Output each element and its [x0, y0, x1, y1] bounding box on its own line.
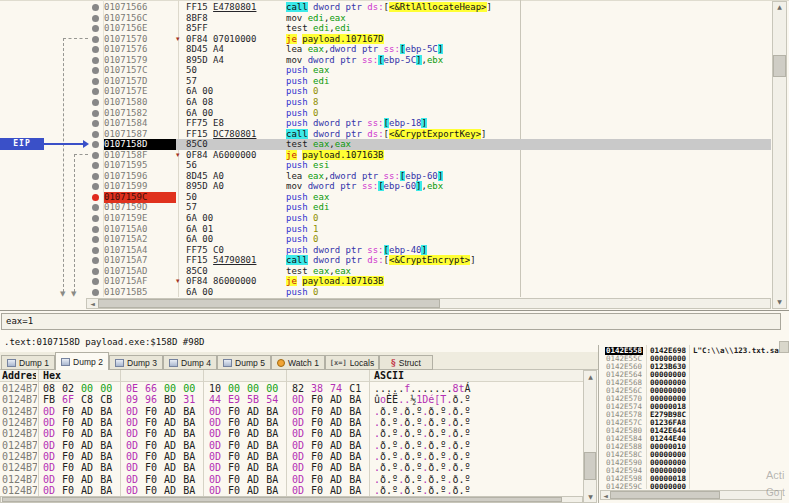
row-dot-icon[interactable] [92, 88, 99, 95]
disasm-row[interactable]: 01071579895D A4mov dword ptr ss:[ebp-5C]… [88, 55, 771, 66]
tab-dump-1[interactable]: Dump 1 [1, 355, 55, 370]
row-dot-icon[interactable] [92, 173, 99, 180]
breakpoint-gutter[interactable] [88, 65, 104, 76]
dump-row[interactable]: 0124B70DF0ADBA0DF0ADBA0DF0ADBA0DF0ADBA.ð… [0, 451, 583, 462]
disasm-row[interactable]: 0107157E6A 00push 0 [88, 86, 771, 97]
row-dot-icon[interactable] [92, 25, 99, 32]
breakpoint-gutter[interactable] [88, 13, 104, 24]
breakpoint-gutter[interactable] [88, 276, 104, 287]
row-dot-icon[interactable] [92, 204, 99, 211]
scroll-left-icon[interactable]: ◄ [601, 491, 610, 500]
dump-row[interactable]: 0124B70DF0ADBA0DF0ADBA0DF0ADBA0DF0ADBA.ð… [0, 474, 583, 485]
breakpoint-gutter[interactable] [88, 202, 104, 213]
disasm-vscroll-thumb[interactable] [773, 55, 786, 77]
breakpoint-gutter[interactable] [88, 224, 104, 235]
disasm-row[interactable]: 010715768D45 A4lea eax,dword ptr ss:[ebp… [88, 44, 771, 55]
breakpoint-gutter[interactable] [88, 245, 104, 256]
row-dot-icon[interactable] [92, 236, 99, 243]
row-dot-icon[interactable] [92, 110, 99, 117]
disasm-row[interactable]: 0107156E85FFtest edi,edi [88, 23, 771, 34]
disasm-vertical-scrollbar[interactable] [772, 1, 787, 309]
disasm-row[interactable]: 0107159556push esi [88, 160, 771, 171]
row-dot-icon[interactable] [92, 268, 99, 275]
row-dot-icon[interactable] [92, 4, 99, 11]
breakpoint-gutter[interactable] [88, 2, 104, 13]
disasm-row[interactable]: 0107159D57push edi [88, 202, 771, 213]
disasm-row[interactable]: 010715826A 00push 0 [88, 108, 771, 119]
disasm-row[interactable]: 010715A7FF15 54790801call dword ptr ds:[… [88, 255, 771, 266]
breakpoint-gutter[interactable] [88, 44, 104, 55]
dump-row[interactable]: 0124B70DF0ADBA0DF0ADBA0DF0ADBA0DF0ADBA.ð… [0, 428, 583, 439]
tab-dump-5[interactable]: Dump 5 [217, 355, 271, 370]
disasm-row[interactable]: 0107157C50push eax [88, 65, 771, 76]
row-dot-icon[interactable] [92, 120, 99, 127]
dump-row[interactable]: 0124B70DF0ADBA0DF0ADBA0DF0ADBA0DF0ADBA.ð… [0, 406, 583, 417]
disasm-row[interactable]: 0107156C8BF8mov edi,eax [88, 13, 771, 24]
breakpoint-gutter[interactable] [88, 266, 104, 277]
row-dot-icon[interactable] [92, 183, 99, 190]
tab-watch-1[interactable]: Watch 1 [271, 355, 325, 370]
breakpoint-dot[interactable] [92, 194, 99, 201]
scroll-up-icon[interactable]: ▲ [774, 2, 785, 12]
disasm-row[interactable]: 010715968D45 A0lea eax,dword ptr ss:[ebp… [88, 171, 771, 182]
breakpoint-gutter[interactable] [88, 192, 104, 203]
breakpoint-gutter[interactable] [88, 171, 104, 182]
breakpoint-gutter[interactable] [88, 139, 104, 150]
dump-row[interactable]: 0124B70DF0ADBA0DF0ADBA0DF0ADBA0DF0ADBA.ð… [0, 485, 583, 496]
breakpoint-gutter[interactable] [88, 108, 104, 119]
row-dot-icon[interactable] [92, 247, 99, 254]
stack-scroll-button[interactable] [779, 341, 789, 353]
tab-dump-4[interactable]: Dump 4 [163, 355, 217, 370]
row-dot-icon[interactable] [92, 131, 99, 138]
breakpoint-gutter[interactable] [88, 86, 104, 97]
disasm-row[interactable]: 0107157D57push edi [88, 76, 771, 87]
row-dot-icon[interactable] [92, 152, 99, 159]
disasm-row[interactable]: 01071566FF15 E4780801call dword ptr ds:[… [88, 2, 771, 13]
row-dot-icon[interactable] [92, 141, 99, 148]
disasm-row[interactable]: 01071570▾0F84 07010000je payload.107167D [88, 34, 771, 45]
disasm-row[interactable]: 010715AF▾0F84 86000000je payload.107163B [88, 276, 771, 287]
disasm-row[interactable]: 010715AD85C0test eax,eax [88, 266, 771, 277]
breakpoint-gutter[interactable] [88, 234, 104, 245]
breakpoint-gutter[interactable] [88, 181, 104, 192]
disasm-row[interactable]: 0107159E6A 00push 0 [88, 213, 771, 224]
row-dot-icon[interactable] [92, 215, 99, 222]
disasm-row[interactable]: 010715806A 08push 8 [88, 97, 771, 108]
disasm-row[interactable]: 010715B56A 00push 0 [88, 287, 771, 298]
row-dot-icon[interactable] [92, 46, 99, 53]
disasm-row[interactable]: 0107158F▾0F84 A6000000je payload.107163B [88, 150, 771, 161]
dump-vertical-scrollbar[interactable] [583, 370, 597, 503]
row-dot-icon[interactable] [92, 78, 99, 85]
stack-hscroll-thumb[interactable] [610, 491, 720, 499]
breakpoint-gutter[interactable] [88, 213, 104, 224]
row-dot-icon[interactable] [92, 289, 99, 296]
row-dot-icon[interactable] [92, 257, 99, 264]
dump-hscroll-thumb[interactable] [2, 497, 562, 502]
disasm-row[interactable]: 010715A26A 00push 0 [88, 234, 771, 245]
tab-dump-2[interactable]: Dump 2 [55, 352, 109, 370]
dump-row[interactable]: 0124B7FB6FC8CB0996BD3144E95B540DF0ADBAûo… [0, 394, 583, 405]
disasm-row[interactable]: 01071599895D A0mov dword ptr ss:[ebp-60]… [88, 181, 771, 192]
tab-struct[interactable]: §Struct [379, 355, 433, 370]
breakpoint-gutter[interactable] [88, 76, 104, 87]
disasm-row[interactable]: 010715A06A 01push 1 [88, 224, 771, 235]
scroll-up-icon[interactable]: ▲ [585, 372, 596, 382]
breakpoint-gutter[interactable] [88, 255, 104, 266]
breakpoint-gutter[interactable] [88, 34, 104, 45]
breakpoint-gutter[interactable] [88, 129, 104, 140]
row-dot-icon[interactable] [92, 36, 99, 43]
scroll-down-icon[interactable]: ▼ [774, 297, 785, 307]
dump-vscroll-thumb[interactable] [584, 452, 596, 480]
dump-row[interactable]: 0124B70DF0ADBA0DF0ADBA0DF0ADBA0DF0ADBA.ð… [0, 417, 583, 428]
scroll-down-icon[interactable]: ▼ [585, 492, 596, 502]
tab-dump-3[interactable]: Dump 3 [109, 355, 163, 370]
disasm-hscroll-thumb[interactable] [98, 299, 440, 308]
row-dot-icon[interactable] [92, 99, 99, 106]
dump-row[interactable]: 0124B7080200000E66000010000000823874C1..… [0, 383, 583, 394]
disasm-row[interactable]: 0107158D85C0test eax,eax [88, 139, 771, 150]
row-dot-icon[interactable] [92, 278, 99, 285]
breakpoint-gutter[interactable] [88, 23, 104, 34]
row-dot-icon[interactable] [92, 226, 99, 233]
row-dot-icon[interactable] [92, 57, 99, 64]
disasm-row[interactable]: 01071584FF75 E8push dword ptr ss:[ebp-18… [88, 118, 771, 129]
